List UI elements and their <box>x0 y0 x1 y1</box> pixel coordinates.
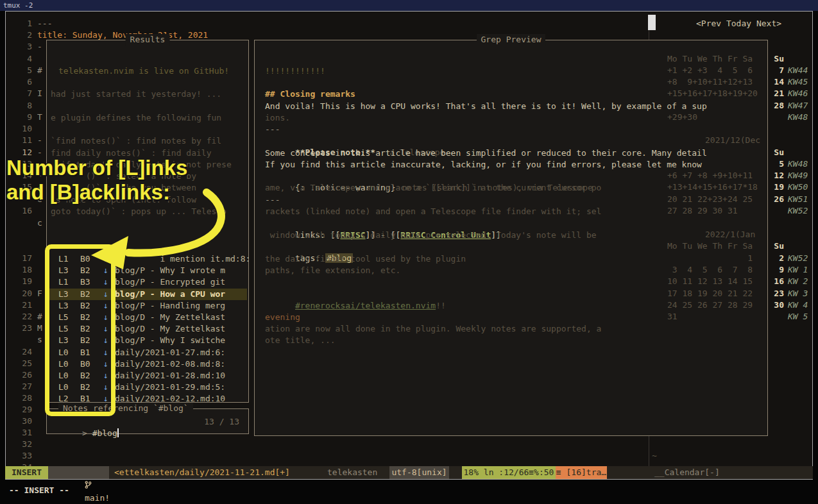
preview-title: Grep Preview <box>477 34 546 46</box>
calendar-sunday[interactable]: 7 <box>767 65 784 76</box>
buffer-indicator[interactable]: ≡ [16]tra… <box>556 466 607 479</box>
calendar-statusline: __Calendar[-] <box>654 466 720 479</box>
calendar-week-days: +1 +2 +3 4 5 6 <box>667 65 753 76</box>
calendar-week-number: KW 2 <box>788 276 808 287</box>
calendar-sunday[interactable]: 16 <box>767 276 784 287</box>
preview-dim-line: evening <box>265 312 300 323</box>
calendar-sunday[interactable]: 26 <box>767 194 784 205</box>
line-number: 28 <box>10 392 32 404</box>
preview-dim-line: window with today's daily note pre-selec… <box>265 230 597 241</box>
line-number: 25 <box>10 358 32 369</box>
annotation-text-line2: and [B]acklinks: <box>6 180 170 205</box>
result-count: 13 / 13 <box>204 416 239 428</box>
line-number: 16 <box>10 205 32 217</box>
line-number: 6 <box>10 76 32 88</box>
line-number: 20 <box>10 288 32 299</box>
results-dim-line: telekasten.nvim is live on GitHub! <box>58 65 229 77</box>
buffer-stray-char: I <box>37 88 42 99</box>
calendar-sunday[interactable]: 23 <box>767 288 784 299</box>
line-number: 21 <box>10 299 32 311</box>
entry-text: daily/2021-02-08.md:8: <box>115 358 225 370</box>
preview-hr: --- <box>265 194 280 206</box>
tmux-title: tmux -2 <box>3 1 33 10</box>
preview-hr: --- <box>265 124 280 135</box>
calendar-sunday[interactable]: 28 <box>767 100 784 112</box>
entry-text: blog/D - My Zettelkast <box>115 312 225 323</box>
calendar-sunday[interactable]: 19 <box>767 181 784 193</box>
calendar-month-label: 2021/12(Dec <box>705 135 760 146</box>
line-number: 10 <box>10 123 32 135</box>
calendar-week-number: KW44 <box>788 65 808 76</box>
buffer-stray-char: T <box>37 112 42 123</box>
branch-name: main! <box>85 493 110 503</box>
line-number: 17 <box>10 253 32 264</box>
calendar-sunday[interactable]: 5 <box>767 158 784 170</box>
line-number: 7 <box>10 88 32 99</box>
screen: tmux -2 1 2 3 4 5 6 7 8 9 10 11 12 13 14… <box>0 0 818 504</box>
preview-paragraph: Some concepts in this article have been … <box>265 147 707 159</box>
preview-paragraph: If you find this article inaccurate, lac… <box>265 159 702 171</box>
prompt-line[interactable]: > #blog <box>52 416 119 451</box>
calendar-week-days: 3 4 5 6 7 8 <box>667 264 753 276</box>
calendar-week-number: KW48 <box>788 158 808 170</box>
preview-dim-line: rackets (linked note) and open a Telesco… <box>265 206 601 217</box>
results-dim-line: goto today()` : pops up ... Telesco <box>51 206 226 217</box>
calendar-week-number: KW 5 <box>788 311 808 323</box>
prompt-input[interactable]: #blog <box>92 428 117 438</box>
calendar-week-days: 10 11 12 13 14 15 <box>667 276 753 287</box>
scrollbar-thumb[interactable] <box>648 15 656 30</box>
entry-text: blog/D - My Zettelkast <box>115 323 225 335</box>
preview-dim-line: ation are now all done in the plugin. We… <box>265 323 601 335</box>
line-number: 27 <box>10 381 32 392</box>
line-number: 30 <box>10 416 32 427</box>
calendar-week-number: KW50 <box>788 181 808 193</box>
calendar-week-days: +6 +7 +8 +9+10+11 <box>667 170 753 181</box>
entry-text: blog/P - Encrypted git <box>115 276 225 288</box>
calendar-week-number: KW45 <box>788 76 808 88</box>
preview-bang-line: !!!!!!!!!!!! <box>265 65 325 77</box>
calendar-sunday[interactable]: 30 <box>767 299 784 311</box>
annotation-box <box>45 244 115 416</box>
calendar-month-label: 2022/1(Jan <box>705 229 755 240</box>
line-number: 29 <box>10 404 32 416</box>
calendar-week-number: KW52 <box>788 205 808 217</box>
line-number: 2 <box>10 29 32 41</box>
line-number: 32 <box>10 439 32 450</box>
calendar-sunday[interactable]: 12 <box>767 170 784 181</box>
preview-dim-line: ions. <box>265 112 290 124</box>
results-dim-line: e plugin defines the following fun <box>51 112 221 124</box>
annotation-text-line1: Number of [L]inks <box>6 156 187 180</box>
calendar-sunday[interactable]: 14 <box>767 76 784 88</box>
calendar-week-days: +15+16+17+18+19+20 <box>667 88 758 99</box>
line-number: 31 <box>10 427 32 439</box>
buffer-stray-char: F <box>37 288 42 299</box>
filename: <ettelkasten/daily/2021-11-21.md[+] <box>114 466 290 479</box>
repo-link[interactable]: #renerocksai/telekasten.nvim <box>295 301 436 310</box>
calendar-week-days: 20 21 22+23+24 25 <box>667 194 753 205</box>
calendar-week-number: KW48 <box>788 112 808 123</box>
buffer-stray-char: # <box>37 65 42 76</box>
calendar-header-sunday: Su <box>767 240 784 252</box>
prompt-prefix: > <box>82 428 92 438</box>
calendar-sunday[interactable]: 9 <box>767 264 784 276</box>
entry-text: i mention it.md:8: <box>115 253 250 265</box>
calendar-week-days: 31 <box>667 311 677 323</box>
entry-text: daily/2021-01-28.md:10 <box>115 370 225 382</box>
entry-text: blog/P - Why I wrote m <box>115 265 225 276</box>
repo-suffix: !! <box>436 301 446 310</box>
buffer-stray-char: M <box>37 323 42 334</box>
calendar-sunday[interactable]: 2 <box>767 253 784 264</box>
line-number: 11 <box>10 135 32 146</box>
calendar-week-number: KW49 <box>788 170 808 181</box>
calendar-header-sunday: Su <box>767 147 784 158</box>
calendar-sunday[interactable]: 21 <box>767 88 784 99</box>
calendar-week-number: KW46 <box>788 88 808 99</box>
entry-text: daily/2021-01-27.md:6: <box>115 347 225 358</box>
calendar-week-days: 27 28 29 30 31 <box>667 205 738 217</box>
calendar-week-number: KW 4 <box>788 299 808 311</box>
entry-text: blog/P - How a CPU wor <box>115 289 225 300</box>
calendar-week-days: +29+30 <box>667 112 697 123</box>
preview-dim-line: the daily finder tool used by the plugin <box>265 253 466 265</box>
statusline: INSERT main! <ettelkasten/daily/2021-11-… <box>5 466 813 479</box>
calendar-nav[interactable]: <Prev Today Next> <box>696 18 781 29</box>
